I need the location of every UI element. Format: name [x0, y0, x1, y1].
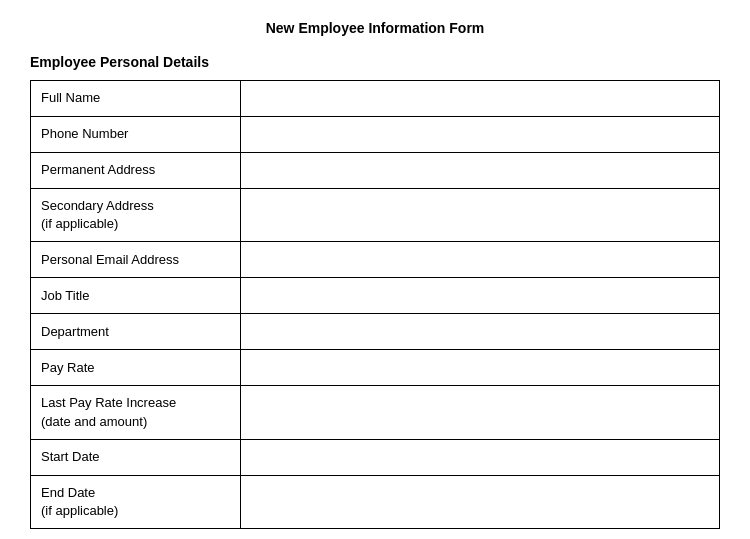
field-label: Pay Rate: [31, 350, 241, 386]
field-value[interactable]: [241, 350, 720, 386]
field-value[interactable]: [241, 242, 720, 278]
employee-form-table: Full NamePhone NumberPermanent AddressSe…: [30, 80, 720, 529]
field-value[interactable]: [241, 386, 720, 439]
table-row: Last Pay Rate Increase(date and amount): [31, 386, 720, 439]
field-value[interactable]: [241, 189, 720, 242]
field-value[interactable]: [241, 117, 720, 153]
field-label: Start Date: [31, 439, 241, 475]
table-row: Phone Number: [31, 117, 720, 153]
table-row: End Date(if applicable): [31, 475, 720, 528]
table-row: Job Title: [31, 278, 720, 314]
field-label: Permanent Address: [31, 153, 241, 189]
table-row: Pay Rate: [31, 350, 720, 386]
field-value[interactable]: [241, 278, 720, 314]
field-label: Department: [31, 314, 241, 350]
field-label: Last Pay Rate Increase(date and amount): [31, 386, 241, 439]
field-value[interactable]: [241, 439, 720, 475]
form-title: New Employee Information Form: [30, 20, 720, 36]
table-row: Start Date: [31, 439, 720, 475]
table-row: Permanent Address: [31, 153, 720, 189]
section-title: Employee Personal Details: [30, 54, 720, 70]
field-value[interactable]: [241, 475, 720, 528]
field-value[interactable]: [241, 314, 720, 350]
table-row: Personal Email Address: [31, 242, 720, 278]
table-row: Secondary Address(if applicable): [31, 189, 720, 242]
table-row: Full Name: [31, 81, 720, 117]
field-label: Personal Email Address: [31, 242, 241, 278]
field-value[interactable]: [241, 153, 720, 189]
field-value[interactable]: [241, 81, 720, 117]
field-label: End Date(if applicable): [31, 475, 241, 528]
table-row: Department: [31, 314, 720, 350]
field-label: Full Name: [31, 81, 241, 117]
field-label: Phone Number: [31, 117, 241, 153]
field-label: Secondary Address(if applicable): [31, 189, 241, 242]
field-label: Job Title: [31, 278, 241, 314]
